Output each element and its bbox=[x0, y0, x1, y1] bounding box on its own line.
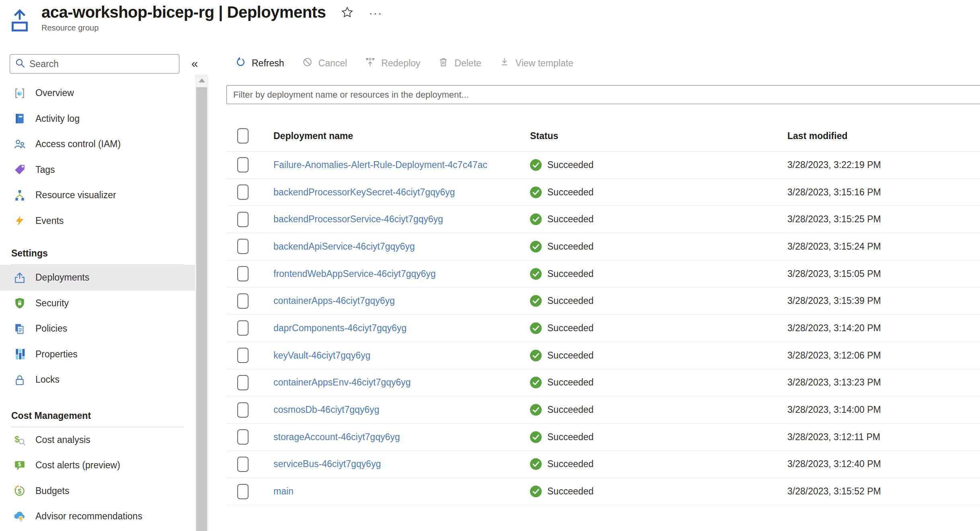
status-cell: Succeeded bbox=[530, 404, 787, 416]
padlock-icon bbox=[14, 374, 26, 386]
sidebar-item-label: Access control (IAM) bbox=[35, 139, 121, 150]
deployment-name-link[interactable]: containerApps-46ciyt7gqy6yg bbox=[273, 295, 530, 306]
deployment-name-link[interactable]: containerAppsEnv-46ciyt7gqy6yg bbox=[273, 377, 530, 388]
row-checkbox[interactable] bbox=[237, 429, 249, 445]
redeploy-label: Redeploy bbox=[381, 58, 420, 69]
status-cell: Succeeded bbox=[530, 241, 787, 252]
sidebar-item-label: Events bbox=[35, 215, 64, 226]
sidebar-item-policies[interactable]: Policies bbox=[0, 316, 195, 342]
deployments-table: Deployment name Status Last modified Fai… bbox=[226, 121, 980, 505]
collapse-sidebar-button[interactable]: « bbox=[186, 55, 203, 72]
sidebar-item-activity-log[interactable]: Activity log bbox=[0, 106, 195, 132]
sidebar-item-label: Policies bbox=[35, 323, 67, 334]
success-check-icon bbox=[530, 159, 542, 171]
deployment-name-link[interactable]: main bbox=[273, 486, 530, 497]
row-checkbox[interactable] bbox=[237, 402, 249, 418]
refresh-label: Refresh bbox=[252, 58, 284, 69]
status-label: Succeeded bbox=[547, 160, 594, 170]
deployment-name-link[interactable]: cosmosDb-46ciyt7gqy6yg bbox=[273, 404, 530, 415]
row-checkbox[interactable] bbox=[237, 185, 249, 200]
last-modified-value: 3/28/2023, 3:15:25 PM bbox=[787, 214, 980, 225]
deployments-main-panel: Refresh Cancel bbox=[226, 48, 980, 531]
status-label: Succeeded bbox=[547, 214, 594, 225]
success-check-icon bbox=[530, 404, 542, 416]
status-label: Succeeded bbox=[547, 377, 594, 388]
deployment-name-link[interactable]: backendProcessorService-46ciyt7gqy6yg bbox=[273, 214, 530, 225]
deployment-name-link[interactable]: backendProcessorKeySecret-46ciyt7gqy6yg bbox=[273, 187, 530, 198]
deployment-name-link[interactable]: Failure-Anomalies-Alert-Rule-Deployment-… bbox=[273, 160, 530, 170]
table-row: containerApps-46ciyt7gqy6yg Succeeded 3/… bbox=[226, 287, 980, 315]
header-text: aca-workshop-bicep-rg | Deployments ··· … bbox=[41, 3, 382, 33]
table-row: backendApiService-46ciyt7gqy6yg Succeede… bbox=[226, 233, 980, 260]
resource-type-label: Resource group bbox=[41, 23, 382, 33]
sidebar-item-properties[interactable]: Properties bbox=[0, 342, 195, 367]
deployment-name-link[interactable]: storageAccount-46ciyt7gqy6yg bbox=[273, 432, 530, 443]
trash-icon bbox=[438, 57, 449, 70]
sidebar-search[interactable] bbox=[10, 54, 179, 74]
deployment-name-link[interactable]: daprComponents-46ciyt7gqy6yg bbox=[273, 323, 530, 334]
select-all-checkbox[interactable] bbox=[237, 128, 249, 144]
page-title: aca-workshop-bicep-rg | Deployments bbox=[41, 3, 326, 21]
status-cell: Succeeded bbox=[530, 458, 787, 470]
sidebar-item-overview[interactable]: Overview bbox=[0, 80, 195, 106]
sidebar-item-tags[interactable]: Tags bbox=[0, 157, 195, 183]
sidebar-item-security[interactable]: Security bbox=[0, 291, 195, 316]
sidebar-item-budgets[interactable]: $ Budgets bbox=[0, 478, 195, 504]
cancel-label: Cancel bbox=[318, 58, 347, 69]
row-checkbox[interactable] bbox=[237, 157, 249, 172]
scrollbar-thumb[interactable] bbox=[196, 87, 207, 531]
deployment-name-link[interactable]: backendApiService-46ciyt7gqy6yg bbox=[273, 241, 530, 252]
row-checkbox[interactable] bbox=[237, 375, 249, 390]
sidebar-item-advisor-recommendations[interactable]: Advisor recommendations bbox=[0, 504, 195, 529]
sidebar-item-deployments[interactable]: Deployments bbox=[0, 265, 195, 291]
more-options-icon[interactable]: ··· bbox=[369, 6, 382, 19]
last-modified-value: 3/28/2023, 3:15:24 PM bbox=[787, 241, 980, 252]
svg-text:$: $ bbox=[18, 461, 21, 467]
row-checkbox[interactable] bbox=[237, 457, 249, 472]
status-cell: Succeeded bbox=[530, 268, 787, 280]
deployment-name-link[interactable]: serviceBus-46ciyt7gqy6yg bbox=[273, 459, 530, 469]
refresh-button[interactable]: Refresh bbox=[235, 57, 284, 70]
deployment-name-link[interactable]: frontendWebAppService-46ciyt7gqy6yg bbox=[273, 269, 530, 279]
row-checkbox[interactable] bbox=[237, 293, 249, 309]
sidebar-item-events[interactable]: Events bbox=[0, 208, 195, 234]
command-bar: Refresh Cancel bbox=[235, 54, 591, 72]
sidebar-scrollbar[interactable] bbox=[195, 74, 208, 531]
sidebar-item-cost-analysis[interactable]: $ Cost analysis bbox=[0, 427, 195, 453]
favorite-star-icon[interactable] bbox=[341, 6, 353, 18]
deployment-name-link[interactable]: keyVault-46ciyt7gqy6yg bbox=[273, 350, 530, 361]
success-check-icon bbox=[530, 377, 542, 388]
row-checkbox[interactable] bbox=[237, 212, 249, 227]
budgets-icon: $ bbox=[14, 485, 26, 497]
deployment-filter-input[interactable] bbox=[226, 85, 980, 104]
table-row: cosmosDb-46ciyt7gqy6yg Succeeded 3/28/20… bbox=[226, 396, 980, 424]
last-modified-value: 3/28/2023, 3:15:05 PM bbox=[787, 269, 980, 279]
sidebar-item-label: Cost alerts (preview) bbox=[35, 460, 120, 471]
row-checkbox[interactable] bbox=[237, 320, 249, 336]
row-checkbox[interactable] bbox=[237, 484, 249, 499]
policies-documents-icon bbox=[14, 323, 26, 335]
sidebar-item-access-control[interactable]: Access control (IAM) bbox=[0, 131, 195, 157]
last-modified-value: 3/28/2023, 3:13:23 PM bbox=[787, 377, 980, 388]
sidebar-item-locks[interactable]: Locks bbox=[0, 367, 195, 393]
table-row: frontendWebAppService-46ciyt7gqy6yg Succ… bbox=[226, 260, 980, 288]
view-template-button: View template bbox=[499, 57, 573, 70]
table-row: Failure-Anomalies-Alert-Rule-Deployment-… bbox=[226, 152, 980, 179]
table-row: storageAccount-46ciyt7gqy6yg Succeeded 3… bbox=[226, 424, 980, 451]
status-label: Succeeded bbox=[547, 459, 594, 469]
delete-button: Delete bbox=[438, 57, 481, 70]
azure-portal-deployments-page: aca-workshop-bicep-rg | Deployments ··· … bbox=[0, 0, 980, 531]
sidebar-item-cost-alerts[interactable]: $ Cost alerts (preview) bbox=[0, 453, 195, 478]
row-checkbox[interactable] bbox=[237, 348, 249, 363]
sidebar-item-label: Properties bbox=[35, 349, 78, 360]
success-check-icon bbox=[530, 268, 542, 280]
table-row: main Succeeded 3/28/2023, 3:15:52 PM bbox=[226, 478, 980, 505]
last-modified-value: 3/28/2023, 3:12:40 PM bbox=[787, 459, 980, 469]
status-label: Succeeded bbox=[547, 404, 594, 415]
row-checkbox[interactable] bbox=[237, 239, 249, 254]
search-input[interactable] bbox=[29, 59, 174, 70]
sidebar-item-resource-visualizer[interactable]: Resource visualizer bbox=[0, 182, 195, 208]
cost-analysis-icon: $ bbox=[14, 434, 26, 446]
row-checkbox[interactable] bbox=[237, 266, 249, 281]
scrollbar-up-arrow-icon[interactable] bbox=[195, 74, 208, 86]
